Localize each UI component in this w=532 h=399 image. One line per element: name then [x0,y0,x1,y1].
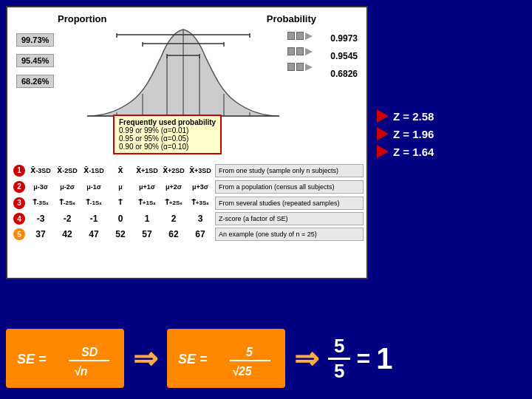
prob-0973: 0.9973 [330,33,358,44]
rows-section: 1 X̄-3SD X̄-2SD X̄-1SD X̄ X̄+1SD X̄+2SD … [13,163,364,242]
result-equals: = [356,345,370,372]
row-3: 3 T̄-3Sₓ T̄-2Sₓ T̄-1Sₓ T̄ T̄+1Sₓ T̄+2Sₓ … [13,195,364,211]
row-num-5: 5 [13,228,25,240]
formula-1-svg: SE = SD √n [13,332,117,384]
freq-line1: 0.99 or 99% (α=0.01) [119,126,216,134]
row-4-labels: -3 -2 -1 0 1 2 3 [27,214,214,224]
row-1: 1 X̄-3SD X̄-2SD X̄-1SD X̄ X̄+1SD X̄+2SD … [13,163,364,178]
svg-text:√25: √25 [232,365,253,378]
svg-text:5: 5 [246,346,253,358]
svg-text:SE =: SE = [17,352,47,366]
proportion-99: 99.73% [16,33,54,47]
proportion-header: Proportion [58,13,106,24]
proportion-68: 68.26% [16,75,54,88]
z2-value: Z = 1.96 [393,128,434,140]
result-value: 1 [376,342,392,375]
z1-value: Z = 2.58 [393,110,434,123]
svg-text:√n: √n [74,365,88,378]
formula-1: SE = SD √n [6,329,124,388]
result-display: 5 5 = 1 [328,335,392,383]
main-panel: Proportion Probability 99.73% 95.45% 68.… [6,6,368,279]
prob-0682: 0.6826 [330,69,358,79]
freq-line3: 0.90 or 90% (α=0.10) [119,143,216,151]
row-num-2: 2 [13,181,25,193]
row-3-labels: T̄-3Sₓ T̄-2Sₓ T̄-1Sₓ T̄ T̄+1Sₓ T̄+2Sₓ T̄… [27,200,214,206]
prob-0945: 0.9545 [330,51,358,61]
row-num-4: 4 [13,213,25,225]
z2-arrow [377,127,389,140]
proportion-95: 95.45% [16,54,54,67]
freq-prob-box: Frequently used probability 0.99 or 99% … [113,115,222,154]
svg-text:SE =: SE = [178,352,208,366]
z3-value: Z = 1.64 [393,146,434,158]
formula-area: SE = SD √n ⇒ SE = 5 √25 ⇒ 5 5 = 1 [6,329,392,388]
probability-header: Probability [267,13,316,24]
row-num-3: 3 [13,197,25,209]
z-values-panel: Z = 2.58 Z = 1.96 Z = 1.64 [377,109,434,158]
formula-arrow-1: ⇒ [133,341,158,375]
row-1-desc: From one study (sample only n subjects) [215,164,364,177]
row-2-desc: From a population (census all subjects) [215,180,364,194]
bell-curve [87,27,279,120]
formula-2: SE = 5 √25 [167,329,285,388]
row-5: 5 37 42 47 52 57 62 67 An example (one s… [13,227,364,242]
freq-title: Frequently used probability [119,118,216,126]
row-5-desc: An example (one study of n = 25) [215,228,364,241]
row-1-labels: X̄-3SD X̄-2SD X̄-1SD X̄ X̄+1SD X̄+2SD X̄… [27,167,214,174]
row-4: 4 -3 -2 -1 0 1 2 3 Z-score (a factor of … [13,211,364,226]
row-3-desc: From several studies (repeated samples) [215,197,364,210]
result-numerator: 5 [328,335,350,360]
row-2: 2 μ-3σ μ-2σ μ-1σ μ μ+1σ μ+2σ μ+3σ From a… [13,179,364,194]
row-2-labels: μ-3σ μ-2σ μ-1σ μ μ+1σ μ+2σ μ+3σ [27,183,214,191]
header-row: Proportion Probability [13,13,361,24]
formula-2-svg: SE = 5 √25 [174,332,278,384]
result-denominator: 5 [328,360,350,383]
row-5-labels: 37 42 47 52 57 62 67 [27,229,214,239]
z1-arrow [377,109,389,123]
formula-arrow-2: ⇒ [294,341,319,375]
row-4-desc: Z-score (a factor of SE) [215,212,364,225]
z3-arrow [377,145,389,158]
row-num-1: 1 [13,165,25,177]
freq-line2: 0.95 or 95% (α=0.05) [119,134,216,143]
svg-text:SD: SD [81,346,98,358]
